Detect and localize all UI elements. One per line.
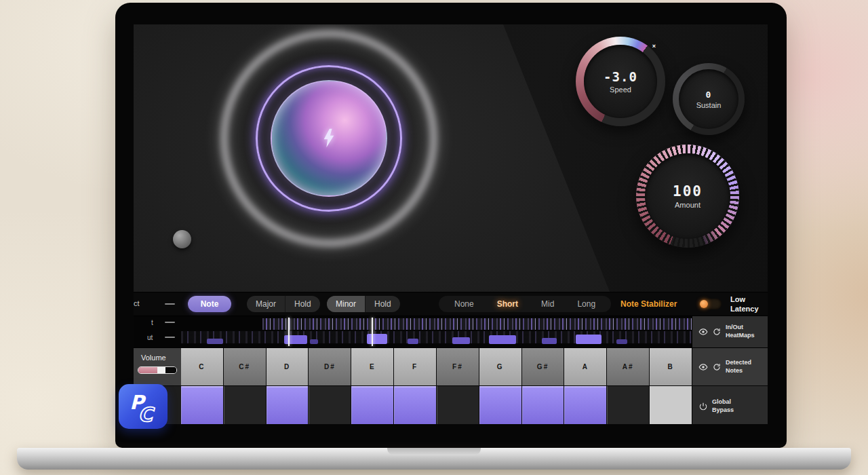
inout-heatmaps-label: In/Out HeatMaps <box>726 324 755 339</box>
key-label: C <box>199 363 205 370</box>
key-label: F <box>412 363 418 370</box>
key-indicator-E[interactable] <box>351 386 393 424</box>
key-indicator-F[interactable] <box>394 386 436 424</box>
major-group: Major Hold <box>247 296 320 312</box>
lightning-bolt-icon <box>321 128 336 148</box>
laptop-base <box>17 448 851 470</box>
speed-value: -3.0 <box>604 69 637 84</box>
keyboard-indicator-row: Global Bypass <box>134 385 768 424</box>
key-G#[interactable]: G# <box>522 348 564 385</box>
amount-knob[interactable]: 100 Amount <box>636 145 739 248</box>
dash-indicator <box>165 303 175 305</box>
cycle-icon <box>712 362 722 372</box>
key-indicator-A[interactable] <box>564 386 606 424</box>
note-button[interactable]: Note <box>188 296 231 312</box>
inout-line1: In/Out <box>726 324 755 332</box>
key-label: A <box>583 363 589 370</box>
key-label: B <box>667 363 673 370</box>
toggle-knob <box>700 300 708 308</box>
key-indicator-G[interactable] <box>479 386 521 424</box>
laptop-notch <box>387 448 481 455</box>
key-B[interactable]: B <box>650 348 692 385</box>
low-latency-line2: Latency <box>730 305 759 314</box>
sustain-label: Sustain <box>696 101 722 109</box>
detected-notes-label: Detected Notes <box>726 359 751 375</box>
keyboard-heads: CC#DD#EFF#GG#AA#B <box>181 348 692 385</box>
key-E[interactable]: E <box>351 348 393 385</box>
sustain-value: 0 <box>706 90 712 100</box>
minor-hold-button[interactable]: Hold <box>365 296 400 312</box>
input-label-partial: t <box>151 319 153 326</box>
key-A#[interactable]: A# <box>607 348 649 385</box>
low-latency-toggle[interactable] <box>698 299 722 309</box>
key-A[interactable]: A <box>564 348 606 385</box>
amount-label: Amount <box>675 201 701 209</box>
brand-logo: P C <box>119 384 167 429</box>
speed-knob-face: -3.0 Speed <box>584 45 657 118</box>
speed-label: Speed <box>610 86 631 94</box>
minor-button[interactable]: Minor <box>327 296 365 312</box>
key-D#[interactable]: D# <box>309 348 351 385</box>
key-indicator-F#[interactable] <box>437 386 479 424</box>
visualizer-panel: × -3.0 Speed 0 Sustain 100 Amount <box>134 24 768 292</box>
key-indicator-C[interactable] <box>181 386 223 424</box>
volume-cell: Volume <box>134 348 181 385</box>
key-indicator-D[interactable] <box>267 386 309 424</box>
keyboard-indicators <box>181 386 692 424</box>
key-D[interactable]: D <box>267 348 309 385</box>
dash-indicator <box>165 337 175 338</box>
key-G[interactable]: G <box>479 348 521 385</box>
global-bypass-label: Global Bypass <box>712 398 734 414</box>
key-label: A# <box>623 363 634 370</box>
volume-meter[interactable] <box>138 366 177 374</box>
key-F[interactable]: F <box>394 348 436 385</box>
sustain-knob[interactable]: 0 Sustain <box>673 63 745 135</box>
stabilizer-modes: NoneShortMidLong <box>439 296 611 312</box>
key-label: G <box>497 363 504 370</box>
key-indicator-B[interactable] <box>650 386 692 424</box>
sustain-knob-face: 0 Sustain <box>679 69 738 129</box>
output-label-partial: ut <box>147 334 153 341</box>
major-button[interactable]: Major <box>247 296 285 312</box>
speed-knob-marker: × <box>652 43 656 50</box>
volume-label: Volume <box>141 354 166 362</box>
power-icon <box>698 402 708 411</box>
effect-label-partial: ct <box>134 299 140 307</box>
volume-meter-white <box>157 367 165 373</box>
key-C[interactable]: C <box>181 348 223 385</box>
key-indicator-D#[interactable] <box>309 386 351 424</box>
key-indicator-G#[interactable] <box>522 386 564 424</box>
key-label: D# <box>324 363 336 370</box>
mode-short[interactable]: Short <box>486 299 530 309</box>
key-label: C# <box>239 363 250 370</box>
dash-indicator <box>165 322 175 323</box>
bypass-line2: Bypass <box>712 406 734 415</box>
mode-long[interactable]: Long <box>566 299 607 309</box>
amount-knob-face: 100 Amount <box>645 153 730 239</box>
laptop-screen: × -3.0 Speed 0 Sustain 100 Amount <box>115 3 787 448</box>
speed-knob[interactable]: × -3.0 Speed <box>576 37 665 126</box>
orb-core <box>271 80 387 197</box>
keyboard-row: Volume CC#DD#EFF#GG#AA#B Detec <box>134 347 768 385</box>
heatmap-row: t ut In/Out HeatMaps <box>134 316 768 347</box>
key-indicator-A#[interactable] <box>607 386 649 424</box>
mode-mid[interactable]: Mid <box>530 299 566 309</box>
inout-heatmaps-control[interactable]: In/Out HeatMaps <box>692 316 768 347</box>
key-C#[interactable]: C# <box>224 348 266 385</box>
mini-control-knob[interactable] <box>173 230 191 248</box>
key-indicator-C#[interactable] <box>224 386 266 424</box>
eye-icon <box>698 327 708 337</box>
brand-logo-letters: P C <box>125 388 161 425</box>
heatmap-band <box>262 318 692 330</box>
global-bypass-control[interactable]: Global Bypass <box>692 386 768 424</box>
key-F#[interactable]: F# <box>437 348 479 385</box>
low-latency-line1: Low <box>730 295 759 305</box>
cycle-icon <box>712 327 722 337</box>
low-latency-label: Low Latency <box>730 295 759 314</box>
heatmap-band-secondary <box>181 331 692 343</box>
mode-none[interactable]: None <box>443 299 486 309</box>
key-label: D <box>284 363 290 370</box>
detected-notes-control[interactable]: Detected Notes <box>692 348 768 385</box>
major-hold-button[interactable]: Hold <box>285 296 320 312</box>
amount-value: 100 <box>673 183 703 200</box>
